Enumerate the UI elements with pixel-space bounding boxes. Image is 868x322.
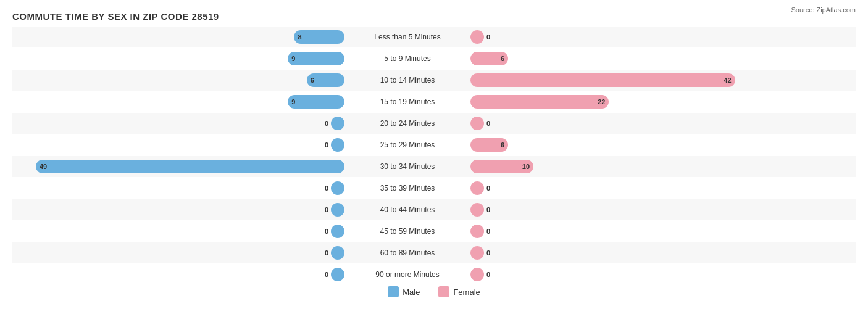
- female-bar-container: 0: [469, 113, 803, 134]
- female-bar: 22: [470, 95, 609, 109]
- female-bar: [470, 268, 484, 281]
- female-bar: 42: [470, 73, 735, 87]
- female-bar-value: 0: [486, 184, 490, 192]
- row-label: 40 to 44 Minutes: [346, 205, 469, 214]
- female-bar-value: 6: [501, 55, 504, 62]
- male-bar-value: 0: [325, 249, 328, 257]
- female-bar-value: 0: [486, 120, 490, 127]
- female-bar: 6: [470, 52, 508, 65]
- legend-female: Female: [438, 286, 480, 297]
- female-bar-container: 6: [469, 134, 803, 155]
- row-label: 20 to 24 Minutes: [346, 119, 469, 128]
- row-label: 5 to 9 Minutes: [346, 54, 469, 63]
- chart-row: 025 to 29 Minutes6: [12, 134, 856, 155]
- female-bar-value: 0: [486, 33, 490, 41]
- female-bar-container: 0: [469, 178, 803, 199]
- chart-row: 915 to 19 Minutes22: [12, 91, 856, 112]
- female-bar-value: 42: [724, 76, 731, 84]
- legend-male: Male: [388, 286, 420, 297]
- male-bar: [331, 181, 344, 195]
- male-bar-container: 49: [12, 156, 346, 177]
- female-bar-container: 42: [469, 70, 803, 91]
- chart-row: 4930 to 34 Minutes10: [12, 156, 856, 177]
- chart-row: 020 to 24 Minutes0: [12, 113, 856, 134]
- male-bar-container: 9: [12, 48, 346, 69]
- male-bar-container: 0: [12, 221, 346, 242]
- male-bar: 9: [288, 95, 344, 109]
- female-bar-value: 22: [598, 98, 605, 105]
- male-bar-value: 0: [325, 206, 328, 213]
- chart-row: 035 to 39 Minutes0: [12, 178, 856, 199]
- male-bar: [331, 138, 344, 152]
- male-bar: [331, 203, 344, 217]
- row-label: 25 to 29 Minutes: [346, 141, 469, 149]
- row-label: 15 to 19 Minutes: [346, 97, 469, 106]
- chart-row: 040 to 44 Minutes0: [12, 199, 856, 220]
- male-bar-container: 6: [12, 70, 346, 91]
- male-bar: [331, 268, 344, 281]
- chart-row: 045 to 59 Minutes0: [12, 221, 856, 242]
- chart-area: 8Less than 5 Minutes095 to 9 Minutes6610…: [12, 27, 856, 273]
- row-label: 35 to 39 Minutes: [346, 184, 469, 192]
- female-bar-container: 10: [469, 156, 803, 177]
- male-bar-value: 0: [325, 271, 328, 278]
- legend: Male Female: [25, 286, 843, 297]
- legend-female-label: Female: [453, 287, 480, 297]
- chart-title: COMMUTE TIME BY SEX IN ZIP CODE 28519: [12, 11, 856, 22]
- female-bar-container: 22: [469, 91, 803, 112]
- female-bar-container: 6: [469, 48, 803, 69]
- female-bar: [470, 30, 484, 44]
- male-bar-value: 49: [40, 163, 47, 170]
- female-bar-value: 0: [486, 249, 490, 257]
- male-bar-value: 9: [291, 55, 295, 62]
- male-bar-container: 0: [12, 242, 346, 263]
- male-bar-value: 0: [325, 120, 328, 127]
- female-bar-container: 0: [469, 27, 803, 47]
- male-bar: [331, 246, 344, 260]
- male-bar-container: 0: [12, 199, 346, 220]
- row-label: 45 to 59 Minutes: [346, 227, 469, 236]
- male-bar: 9: [288, 52, 344, 65]
- chart-row: 090 or more Minutes0: [12, 264, 856, 285]
- male-bar: 8: [294, 30, 344, 44]
- male-bar-container: 0: [12, 113, 346, 134]
- male-bar-container: 8: [12, 27, 346, 47]
- chart-container: COMMUTE TIME BY SEX IN ZIP CODE 28519 So…: [0, 0, 868, 322]
- female-bar-value: 10: [522, 163, 530, 170]
- male-bar-value: 0: [325, 228, 328, 235]
- female-bar-value: 6: [501, 141, 504, 149]
- male-bar-value: 8: [298, 33, 301, 41]
- row-label: 30 to 34 Minutes: [346, 162, 469, 171]
- male-bar: [331, 117, 344, 130]
- female-bar: 6: [470, 138, 508, 152]
- chart-row: 95 to 9 Minutes6: [12, 48, 856, 69]
- female-bar-value: 0: [486, 271, 490, 278]
- male-bar-value: 0: [325, 184, 328, 192]
- female-bar-container: 0: [469, 264, 803, 285]
- male-bar: 49: [36, 160, 344, 173]
- male-bar-value: 0: [325, 141, 328, 149]
- male-bar-container: 0: [12, 134, 346, 155]
- row-label: 90 or more Minutes: [346, 270, 469, 279]
- chart-row: 8Less than 5 Minutes0: [12, 27, 856, 47]
- row-label: 10 to 14 Minutes: [346, 76, 469, 85]
- male-bar-value: 9: [291, 98, 295, 105]
- female-bar-container: 0: [469, 221, 803, 242]
- male-bar-container: 0: [12, 178, 346, 199]
- male-bar-value: 6: [311, 76, 314, 84]
- legend-male-label: Male: [403, 287, 420, 297]
- legend-female-box: [438, 286, 449, 297]
- source-label: Source: ZipAtlas.com: [791, 6, 856, 14]
- chart-row: 060 to 89 Minutes0: [12, 242, 856, 263]
- male-bar: [331, 225, 344, 238]
- legend-male-box: [388, 286, 399, 297]
- chart-row: 610 to 14 Minutes42: [12, 70, 856, 91]
- female-bar: 10: [470, 160, 533, 173]
- female-bar: [470, 203, 484, 217]
- female-bar-value: 0: [486, 206, 490, 213]
- female-bar-container: 0: [469, 242, 803, 263]
- male-bar-container: 9: [12, 91, 346, 112]
- female-bar: [470, 117, 484, 130]
- male-bar: 6: [307, 73, 344, 87]
- female-bar-container: 0: [469, 199, 803, 220]
